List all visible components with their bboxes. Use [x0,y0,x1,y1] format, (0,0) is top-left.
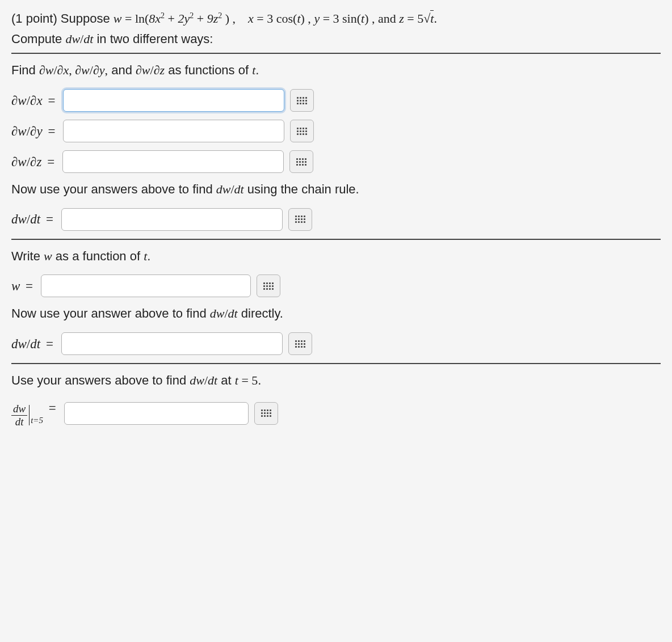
divider [11,53,661,54]
keypad-button[interactable] [288,332,312,355]
label-dwdt-direct: dw/dt = [11,335,56,353]
keypad-icon [263,282,274,290]
row-dwdt-at5: dw dt t=5 = [11,399,661,428]
divider [11,239,661,240]
keypad-button[interactable] [290,120,314,142]
label-w: w = [11,277,35,295]
label-dwdy: ∂w/∂y = [11,123,57,140]
keypad-icon [296,158,306,166]
section3-instr: Write w as a function of t. [11,248,661,265]
section4-instr: Now use your answer above to find dw/dt … [11,305,661,322]
compute-line-suffix: in two different ways: [96,32,213,46]
label-dwdz: ∂w/∂z = [11,153,57,171]
label-dwdt-at5: dw dt t=5 = [11,399,58,428]
keypad-icon [297,128,307,135]
compute-line-prefix: Compute [11,32,65,46]
problem-statement: (1 point) Suppose w = ln(8x2 + 2y2 + 9z2… [11,10,661,47]
input-dwdz[interactable] [62,150,284,173]
row-dwdz: ∂w/∂z = [11,150,661,173]
section5-instr: Use your answers above to find dw/dt at … [11,372,661,389]
keypad-icon [295,216,305,223]
row-dwdt-direct: dw/dt = [11,332,661,355]
input-dwdy[interactable] [63,120,284,142]
input-dwdt-direct[interactable] [61,332,283,355]
label-dwdx: ∂w/∂x = [11,92,57,109]
keypad-icon [295,340,305,348]
row-dwdy: ∂w/∂y = [11,120,661,142]
points-prefix: (1 point) Suppose [11,11,114,26]
keypad-button[interactable] [290,89,314,112]
compute-line-math: dw/dt [65,32,93,46]
keypad-icon [261,409,271,417]
input-w[interactable] [41,274,251,297]
keypad-button[interactable] [288,208,312,231]
keypad-button[interactable] [254,402,278,425]
keypad-button[interactable] [257,274,280,297]
input-dwdt-chain[interactable] [61,208,283,231]
label-dwdt-chain: dw/dt = [11,210,56,228]
problem-math: w = ln(8x2 + 2y2 + 9z2 ) , x = 3 cos(t) … [114,11,437,26]
section1-instr: Find ∂w/∂x, ∂w/∂y, and ∂w/∂z as function… [11,62,661,79]
input-dwdx[interactable] [63,89,284,112]
row-dwdt-chain: dw/dt = [11,208,661,231]
row-w: w = [11,274,661,297]
section2-instr: Now use your answers above to find dw/dt… [11,181,661,198]
divider [11,363,661,364]
row-dwdx: ∂w/∂x = [11,89,661,112]
keypad-button[interactable] [289,150,313,173]
keypad-icon [297,97,307,104]
input-dwdt-at5[interactable] [64,402,249,425]
